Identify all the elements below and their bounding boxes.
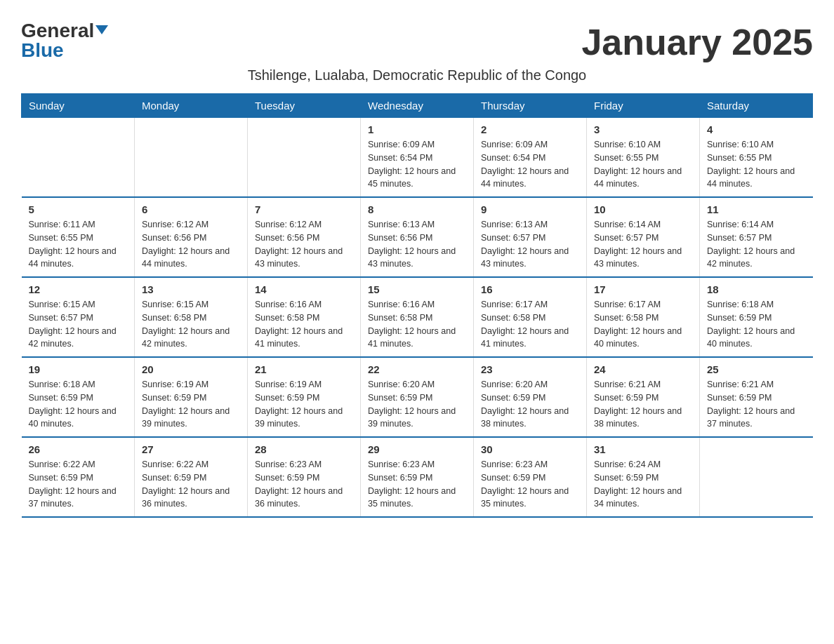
day-number: 11	[707, 203, 806, 215]
calendar-cell: 11Sunrise: 6:14 AMSunset: 6:57 PMDayligh…	[700, 197, 813, 277]
calendar-cell: 1Sunrise: 6:09 AMSunset: 6:54 PMDaylight…	[361, 118, 474, 198]
calendar-cell: 12Sunrise: 6:15 AMSunset: 6:57 PMDayligh…	[22, 277, 135, 357]
day-number: 24	[594, 363, 692, 375]
calendar-cell: 8Sunrise: 6:13 AMSunset: 6:56 PMDaylight…	[361, 197, 474, 277]
day-number: 12	[29, 283, 128, 295]
calendar-cell	[135, 118, 248, 198]
header-day-monday: Monday	[135, 94, 248, 118]
week-row-0: 1Sunrise: 6:09 AMSunset: 6:54 PMDaylight…	[22, 118, 813, 198]
day-number: 5	[29, 203, 128, 215]
day-number: 4	[707, 123, 806, 135]
calendar-cell: 25Sunrise: 6:21 AMSunset: 6:59 PMDayligh…	[700, 357, 813, 437]
week-row-1: 5Sunrise: 6:11 AMSunset: 6:55 PMDaylight…	[22, 197, 813, 277]
header-row: SundayMondayTuesdayWednesdayThursdayFrid…	[22, 94, 813, 118]
day-info: Sunrise: 6:17 AMSunset: 6:58 PMDaylight:…	[481, 298, 579, 351]
calendar-cell: 4Sunrise: 6:10 AMSunset: 6:55 PMDaylight…	[700, 118, 813, 198]
day-info: Sunrise: 6:17 AMSunset: 6:58 PMDaylight:…	[594, 298, 692, 351]
logo-triangle-icon	[95, 25, 108, 34]
calendar-cell: 20Sunrise: 6:19 AMSunset: 6:59 PMDayligh…	[135, 357, 248, 437]
day-info: Sunrise: 6:10 AMSunset: 6:55 PMDaylight:…	[707, 138, 806, 191]
day-info: Sunrise: 6:18 AMSunset: 6:59 PMDaylight:…	[707, 298, 806, 351]
header-day-sunday: Sunday	[22, 94, 135, 118]
day-number: 13	[142, 283, 240, 295]
day-info: Sunrise: 6:21 AMSunset: 6:59 PMDaylight:…	[707, 378, 806, 431]
day-info: Sunrise: 6:23 AMSunset: 6:59 PMDaylight:…	[481, 458, 579, 511]
calendar-cell: 5Sunrise: 6:11 AMSunset: 6:55 PMDaylight…	[22, 197, 135, 277]
calendar-cell	[22, 118, 135, 198]
day-info: Sunrise: 6:14 AMSunset: 6:57 PMDaylight:…	[594, 218, 692, 271]
calendar-cell: 27Sunrise: 6:22 AMSunset: 6:59 PMDayligh…	[135, 437, 248, 517]
calendar-cell: 18Sunrise: 6:18 AMSunset: 6:59 PMDayligh…	[700, 277, 813, 357]
day-info: Sunrise: 6:19 AMSunset: 6:59 PMDaylight:…	[255, 378, 353, 431]
day-info: Sunrise: 6:16 AMSunset: 6:58 PMDaylight:…	[368, 298, 466, 351]
day-number: 27	[142, 443, 240, 455]
day-info: Sunrise: 6:23 AMSunset: 6:59 PMDaylight:…	[255, 458, 353, 511]
calendar-cell: 23Sunrise: 6:20 AMSunset: 6:59 PMDayligh…	[474, 357, 587, 437]
calendar-cell: 7Sunrise: 6:12 AMSunset: 6:56 PMDaylight…	[248, 197, 361, 277]
calendar-cell: 13Sunrise: 6:15 AMSunset: 6:58 PMDayligh…	[135, 277, 248, 357]
day-number: 29	[368, 443, 466, 455]
calendar-cell: 31Sunrise: 6:24 AMSunset: 6:59 PMDayligh…	[587, 437, 700, 517]
header-day-thursday: Thursday	[474, 94, 587, 118]
day-number: 19	[29, 363, 128, 375]
day-number: 28	[255, 443, 353, 455]
logo-general: General	[21, 21, 94, 41]
day-info: Sunrise: 6:09 AMSunset: 6:54 PMDaylight:…	[481, 138, 579, 191]
header-day-friday: Friday	[587, 94, 700, 118]
calendar-body: 1Sunrise: 6:09 AMSunset: 6:54 PMDaylight…	[22, 118, 813, 518]
day-info: Sunrise: 6:13 AMSunset: 6:57 PMDaylight:…	[481, 218, 579, 271]
calendar-cell: 30Sunrise: 6:23 AMSunset: 6:59 PMDayligh…	[474, 437, 587, 517]
day-info: Sunrise: 6:22 AMSunset: 6:59 PMDaylight:…	[142, 458, 240, 511]
calendar-cell: 24Sunrise: 6:21 AMSunset: 6:59 PMDayligh…	[587, 357, 700, 437]
day-info: Sunrise: 6:09 AMSunset: 6:54 PMDaylight:…	[368, 138, 466, 191]
calendar-cell: 3Sunrise: 6:10 AMSunset: 6:55 PMDaylight…	[587, 118, 700, 198]
week-row-3: 19Sunrise: 6:18 AMSunset: 6:59 PMDayligh…	[22, 357, 813, 437]
day-number: 10	[594, 203, 692, 215]
calendar-cell: 9Sunrise: 6:13 AMSunset: 6:57 PMDaylight…	[474, 197, 587, 277]
day-info: Sunrise: 6:12 AMSunset: 6:56 PMDaylight:…	[255, 218, 353, 271]
subtitle: Tshilenge, Lualaba, Democratic Republic …	[21, 67, 813, 83]
calendar-cell: 6Sunrise: 6:12 AMSunset: 6:56 PMDaylight…	[135, 197, 248, 277]
page-title: January 2025	[581, 21, 813, 63]
week-row-2: 12Sunrise: 6:15 AMSunset: 6:57 PMDayligh…	[22, 277, 813, 357]
day-number: 3	[594, 123, 692, 135]
page-header: General Blue January 2025	[21, 21, 813, 63]
day-number: 26	[29, 443, 128, 455]
calendar-cell: 14Sunrise: 6:16 AMSunset: 6:58 PMDayligh…	[248, 277, 361, 357]
day-number: 7	[255, 203, 353, 215]
day-number: 23	[481, 363, 579, 375]
calendar-cell: 17Sunrise: 6:17 AMSunset: 6:58 PMDayligh…	[587, 277, 700, 357]
day-info: Sunrise: 6:19 AMSunset: 6:59 PMDaylight:…	[142, 378, 240, 431]
day-info: Sunrise: 6:21 AMSunset: 6:59 PMDaylight:…	[594, 378, 692, 431]
calendar-cell	[248, 118, 361, 198]
calendar-cell: 22Sunrise: 6:20 AMSunset: 6:59 PMDayligh…	[361, 357, 474, 437]
calendar-cell: 19Sunrise: 6:18 AMSunset: 6:59 PMDayligh…	[22, 357, 135, 437]
day-info: Sunrise: 6:10 AMSunset: 6:55 PMDaylight:…	[594, 138, 692, 191]
day-number: 8	[368, 203, 466, 215]
day-info: Sunrise: 6:22 AMSunset: 6:59 PMDaylight:…	[29, 458, 128, 511]
calendar-cell	[700, 437, 813, 517]
logo-blue: Blue	[21, 41, 64, 60]
day-number: 6	[142, 203, 240, 215]
header-day-saturday: Saturday	[700, 94, 813, 118]
day-number: 9	[481, 203, 579, 215]
week-row-4: 26Sunrise: 6:22 AMSunset: 6:59 PMDayligh…	[22, 437, 813, 517]
day-number: 30	[481, 443, 579, 455]
day-number: 16	[481, 283, 579, 295]
day-info: Sunrise: 6:18 AMSunset: 6:59 PMDaylight:…	[29, 378, 128, 431]
day-number: 25	[707, 363, 806, 375]
day-info: Sunrise: 6:12 AMSunset: 6:56 PMDaylight:…	[142, 218, 240, 271]
calendar-cell: 26Sunrise: 6:22 AMSunset: 6:59 PMDayligh…	[22, 437, 135, 517]
logo: General Blue	[21, 21, 108, 60]
day-number: 21	[255, 363, 353, 375]
day-number: 17	[594, 283, 692, 295]
day-number: 22	[368, 363, 466, 375]
day-info: Sunrise: 6:13 AMSunset: 6:56 PMDaylight:…	[368, 218, 466, 271]
calendar-cell: 15Sunrise: 6:16 AMSunset: 6:58 PMDayligh…	[361, 277, 474, 357]
header-day-wednesday: Wednesday	[361, 94, 474, 118]
day-info: Sunrise: 6:24 AMSunset: 6:59 PMDaylight:…	[594, 458, 692, 511]
day-info: Sunrise: 6:20 AMSunset: 6:59 PMDaylight:…	[368, 378, 466, 431]
calendar-cell: 28Sunrise: 6:23 AMSunset: 6:59 PMDayligh…	[248, 437, 361, 517]
day-number: 18	[707, 283, 806, 295]
calendar-cell: 29Sunrise: 6:23 AMSunset: 6:59 PMDayligh…	[361, 437, 474, 517]
